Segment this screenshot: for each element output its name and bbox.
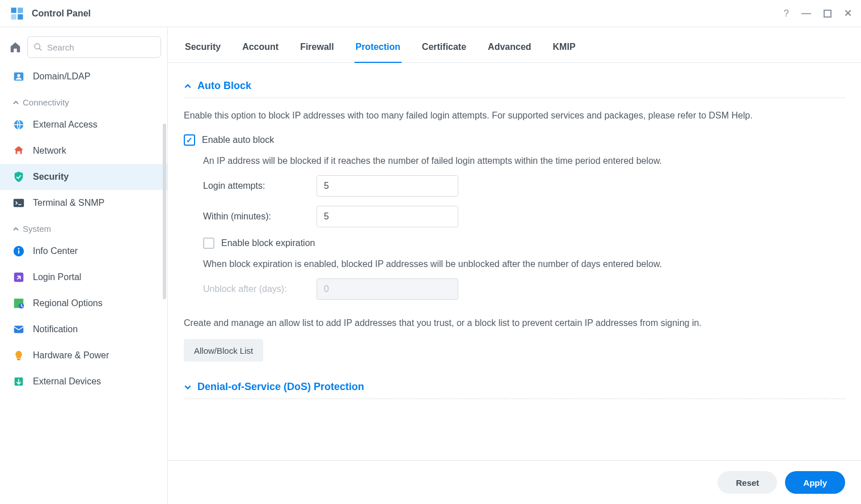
enable-block-expiration-checkbox[interactable]: ✓ bbox=[203, 238, 214, 249]
sidebar-item-login-portal[interactable]: Login Portal bbox=[0, 264, 167, 290]
sidebar-item-label: Security bbox=[33, 172, 69, 182]
svg-rect-4 bbox=[824, 10, 831, 17]
chevron-down-icon bbox=[184, 383, 192, 391]
sidebar-item-label: Network bbox=[33, 146, 66, 156]
sidebar-item-label: Regional Options bbox=[33, 298, 103, 308]
svg-line-6 bbox=[39, 48, 41, 50]
svg-rect-13 bbox=[18, 250, 19, 253]
accordion-auto-block[interactable]: Auto Block bbox=[184, 74, 845, 98]
reset-button[interactable]: Reset bbox=[717, 471, 777, 494]
bulb-icon bbox=[12, 349, 25, 362]
within-minutes-input[interactable] bbox=[316, 206, 458, 227]
sidebar-item-info-center[interactable]: Info Center bbox=[0, 238, 167, 264]
unblock-after-input bbox=[316, 278, 458, 300]
enable-auto-block-checkbox[interactable]: ✓ bbox=[184, 134, 195, 146]
window: Control Panel ? — ✕ bbox=[0, 0, 861, 504]
window-title: Control Panel bbox=[32, 9, 91, 19]
svg-rect-11 bbox=[14, 199, 24, 207]
tab-kmip[interactable]: KMIP bbox=[552, 37, 577, 62]
titlebar: Control Panel ? — ✕ bbox=[0, 0, 861, 27]
device-icon bbox=[12, 375, 25, 388]
search-input[interactable] bbox=[47, 43, 155, 52]
tabs: Security Account Firewall Protection Cer… bbox=[168, 27, 861, 63]
nav: Domain/LDAP Connectivity External Access bbox=[0, 63, 167, 504]
help-button[interactable]: ? bbox=[784, 9, 789, 18]
sidebar-item-security[interactable]: Security bbox=[0, 164, 167, 190]
sidebar-item-label: Terminal & SNMP bbox=[33, 198, 104, 208]
tab-advanced[interactable]: Advanced bbox=[487, 37, 532, 62]
globe-icon bbox=[12, 118, 25, 131]
minimize-button[interactable]: — bbox=[801, 9, 811, 18]
within-minutes-label: Within (minutes): bbox=[203, 211, 316, 222]
tab-certificate[interactable]: Certificate bbox=[421, 37, 467, 62]
autoblock-help: Enable this option to block IP addresses… bbox=[184, 108, 845, 123]
unblock-after-label: Unblock after (days): bbox=[203, 284, 316, 294]
enable-auto-block-label: Enable auto block bbox=[202, 135, 274, 145]
chevron-up-icon bbox=[184, 82, 192, 90]
sidebar-item-regional-options[interactable]: Regional Options bbox=[0, 290, 167, 316]
sidebar-item-label: Domain/LDAP bbox=[33, 71, 90, 82]
sidebar-item-external-devices[interactable]: External Devices bbox=[0, 369, 167, 395]
terminal-icon bbox=[12, 197, 25, 209]
accordion-title: Auto Block bbox=[197, 80, 251, 92]
expire-desc: When block expiration is enabled, blocke… bbox=[203, 259, 845, 269]
svg-rect-17 bbox=[14, 326, 24, 333]
svg-point-14 bbox=[18, 248, 20, 249]
svg-point-8 bbox=[17, 74, 20, 77]
shield-icon bbox=[12, 171, 25, 183]
sidebar-item-terminal-snmp[interactable]: Terminal & SNMP bbox=[0, 190, 167, 216]
tab-security[interactable]: Security bbox=[184, 37, 222, 62]
sidebar-item-label: External Devices bbox=[33, 376, 101, 387]
svg-rect-18 bbox=[17, 359, 20, 360]
sidebar-item-label: Notification bbox=[33, 324, 78, 334]
sidebar-scrollbar[interactable] bbox=[163, 124, 166, 299]
user-card-icon bbox=[12, 70, 25, 83]
maximize-button[interactable] bbox=[824, 10, 832, 18]
search-box[interactable] bbox=[27, 36, 161, 58]
tab-protection[interactable]: Protection bbox=[354, 37, 402, 62]
portal-icon bbox=[12, 271, 25, 283]
home-button[interactable] bbox=[9, 37, 22, 57]
login-attempts-input[interactable] bbox=[316, 175, 458, 197]
list-desc: Create and manage an allow list to add I… bbox=[184, 316, 845, 331]
section-system[interactable]: System bbox=[0, 216, 167, 238]
sidebar-item-label: Hardware & Power bbox=[33, 350, 109, 361]
section-label: System bbox=[23, 224, 51, 234]
sidebar-item-label: External Access bbox=[33, 120, 98, 130]
chevron-up-icon bbox=[12, 226, 19, 232]
svg-rect-10 bbox=[17, 151, 20, 154]
close-button[interactable]: ✕ bbox=[844, 9, 852, 18]
sidebar-item-label: Login Portal bbox=[33, 272, 81, 282]
app-icon bbox=[9, 6, 25, 22]
footer: Reset Apply bbox=[168, 460, 861, 504]
sidebar-item-label: Info Center bbox=[33, 246, 78, 256]
region-icon bbox=[12, 297, 25, 310]
svg-rect-3 bbox=[18, 14, 23, 19]
sidebar-item-domain-ldap[interactable]: Domain/LDAP bbox=[0, 63, 167, 90]
search-icon bbox=[33, 43, 43, 52]
main: Security Account Firewall Protection Cer… bbox=[168, 27, 861, 504]
svg-rect-0 bbox=[11, 7, 16, 12]
network-icon bbox=[12, 145, 25, 157]
svg-point-5 bbox=[35, 44, 40, 49]
autoblock-subdesc: An IP address will be blocked if it reac… bbox=[203, 156, 845, 166]
allow-block-list-button[interactable]: Allow/Block List bbox=[184, 339, 263, 362]
tab-account[interactable]: Account bbox=[241, 37, 280, 62]
notification-icon bbox=[12, 323, 25, 336]
sidebar-item-external-access[interactable]: External Access bbox=[0, 112, 167, 138]
sidebar-item-network[interactable]: Network bbox=[0, 138, 167, 164]
tab-firewall[interactable]: Firewall bbox=[299, 37, 335, 62]
section-connectivity[interactable]: Connectivity bbox=[0, 90, 167, 112]
sidebar: Domain/LDAP Connectivity External Access bbox=[0, 27, 168, 504]
svg-rect-2 bbox=[11, 14, 16, 19]
section-label: Connectivity bbox=[23, 98, 69, 107]
sidebar-item-hardware-power[interactable]: Hardware & Power bbox=[0, 342, 167, 369]
info-icon bbox=[12, 245, 25, 257]
apply-button[interactable]: Apply bbox=[785, 471, 845, 494]
accordion-dos-protection[interactable]: Denial-of-Service (DoS) Protection bbox=[184, 375, 845, 399]
chevron-up-icon bbox=[12, 99, 19, 106]
content: Auto Block Enable this option to block I… bbox=[168, 63, 861, 460]
enable-block-expiration-label: Enable block expiration bbox=[221, 238, 315, 248]
sidebar-item-notification[interactable]: Notification bbox=[0, 316, 167, 342]
svg-rect-1 bbox=[18, 7, 23, 12]
